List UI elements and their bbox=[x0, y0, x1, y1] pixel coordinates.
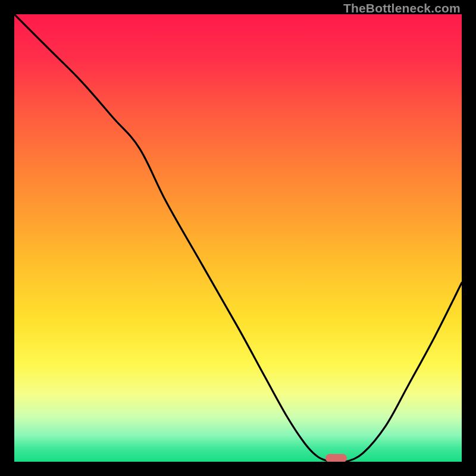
chart-frame: TheBottleneck.com bbox=[0, 0, 476, 476]
optimal-marker bbox=[325, 454, 347, 462]
watermark-text: TheBottleneck.com bbox=[343, 1, 461, 15]
bottleneck-curve bbox=[14, 14, 462, 462]
plot-area bbox=[14, 14, 462, 462]
